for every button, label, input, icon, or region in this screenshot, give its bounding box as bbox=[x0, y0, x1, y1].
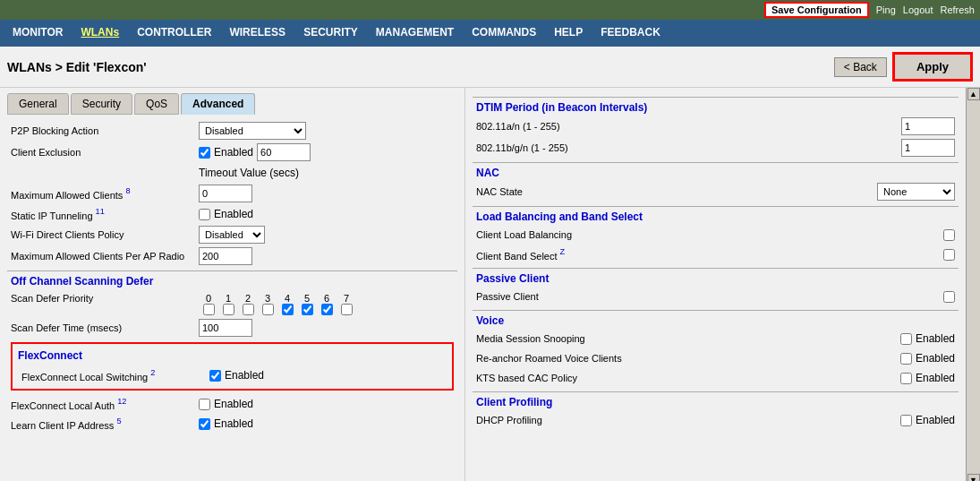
nac-state-select[interactable]: None Radius NAC ISE NAC bbox=[877, 183, 955, 201]
max-clients-ap-input[interactable] bbox=[199, 247, 252, 265]
passive-client-checkbox[interactable] bbox=[943, 291, 955, 303]
tab-qos[interactable]: QoS bbox=[134, 93, 179, 115]
dhcp-profiling-checkbox[interactable] bbox=[900, 415, 912, 426]
nac-state-label: NAC State bbox=[476, 186, 877, 197]
scan-defer-time-control bbox=[199, 319, 252, 337]
priority-checkbox-6[interactable] bbox=[321, 304, 333, 315]
flex-local-switch-checkbox[interactable] bbox=[209, 370, 221, 382]
flex-local-auth-checkbox[interactable] bbox=[199, 399, 210, 410]
priority-checkbox-2[interactable] bbox=[243, 304, 254, 315]
client-lb-row: Client Load Balancing bbox=[473, 225, 959, 245]
passive-client-control bbox=[943, 291, 955, 303]
priority-check-1 bbox=[218, 304, 238, 315]
client-band-control bbox=[943, 249, 955, 261]
priority-checkbox-4[interactable] bbox=[282, 304, 294, 315]
static-ip-link[interactable]: 11 bbox=[96, 210, 105, 220]
tab-security[interactable]: Security bbox=[71, 93, 132, 115]
logout-link[interactable]: Logout bbox=[903, 4, 933, 15]
nav-commands[interactable]: COMMANDS bbox=[463, 22, 545, 44]
flex-local-auth-link[interactable]: 12 bbox=[117, 399, 126, 410]
learn-client-checkbox[interactable] bbox=[199, 418, 210, 430]
nav-help[interactable]: HELP bbox=[545, 22, 592, 44]
scan-defer-time-input[interactable] bbox=[199, 319, 252, 337]
nav-monitor[interactable]: MONITOR bbox=[4, 22, 72, 44]
client-exclusion-checkbox[interactable] bbox=[199, 147, 210, 159]
nav-feedback[interactable]: FEEDBACK bbox=[592, 22, 669, 44]
learn-client-link[interactable]: 5 bbox=[116, 419, 121, 430]
tab-advanced[interactable]: Advanced bbox=[181, 93, 255, 115]
scroll-up-button[interactable]: ▲ bbox=[967, 88, 980, 100]
priority-check-6 bbox=[317, 304, 337, 315]
reanchor-control: Enabled bbox=[900, 352, 955, 365]
off-channel-section: Off Channel Scanning Defer bbox=[7, 271, 457, 289]
priority-3: 3 bbox=[258, 293, 277, 304]
reanchor-checkbox[interactable] bbox=[900, 353, 912, 365]
dtim-80211bgn-row: 802.11b/g/n (1 - 255) bbox=[473, 137, 959, 159]
refresh-link[interactable]: Refresh bbox=[940, 4, 975, 15]
save-config-button[interactable]: Save Configuration bbox=[764, 2, 869, 18]
p2p-row: P2P Blocking Action Disabled Drop Forwar… bbox=[7, 120, 457, 142]
static-ip-checkbox[interactable] bbox=[199, 209, 210, 220]
priority-checkbox-7[interactable] bbox=[341, 304, 353, 315]
scan-defer-time-label: Scan Defer Time (msecs) bbox=[11, 322, 199, 333]
client-band-label: Client Band Select Z bbox=[476, 248, 943, 262]
max-clients-row: Maximum Allowed Clients 8 bbox=[7, 183, 457, 204]
kts-checkbox[interactable] bbox=[900, 373, 912, 384]
lb-section-title: Load Balancing and Band Select bbox=[473, 206, 959, 225]
nav-controller[interactable]: CONTROLLER bbox=[128, 22, 220, 44]
apply-button[interactable]: Apply bbox=[892, 52, 973, 82]
nav-security[interactable]: SECURITY bbox=[294, 22, 367, 44]
priority-6: 6 bbox=[317, 293, 337, 304]
dtim-section-title: DTIM Period (in Beacon Intervals) bbox=[473, 97, 959, 116]
max-clients-link[interactable]: 8 bbox=[125, 189, 130, 200]
wifi-direct-select[interactable]: Disabled Allow Not-Allow bbox=[199, 226, 265, 244]
scan-defer-label: Scan Defer Priority bbox=[11, 293, 199, 304]
priority-checkbox-3[interactable] bbox=[262, 304, 274, 315]
nav-wlans[interactable]: WLANs bbox=[72, 22, 128, 44]
flex-local-auth-control: Enabled bbox=[199, 398, 253, 410]
p2p-select[interactable]: Disabled Drop Forward-UpStream bbox=[199, 122, 306, 140]
flex-local-auth-enabled-label: Enabled bbox=[214, 398, 253, 410]
ping-link[interactable]: Ping bbox=[876, 4, 896, 15]
nav-wireless[interactable]: WIRELESS bbox=[220, 22, 294, 44]
dtim-80211an-input[interactable] bbox=[901, 117, 955, 135]
timeout-label-area: Timeout Value (secs) bbox=[199, 167, 299, 179]
priority-checkboxes bbox=[199, 304, 356, 315]
media-session-checkbox[interactable] bbox=[900, 333, 912, 345]
max-clients-input[interactable] bbox=[199, 185, 252, 202]
client-band-checkbox[interactable] bbox=[943, 249, 955, 261]
priority-check-2 bbox=[238, 304, 258, 315]
priority-checkbox-5[interactable] bbox=[302, 304, 313, 315]
dtim-80211bgn-input[interactable] bbox=[901, 139, 955, 157]
priority-check-4 bbox=[277, 304, 297, 315]
scroll-indicator: ▲ ▼ bbox=[966, 88, 980, 481]
tab-general[interactable]: General bbox=[7, 93, 69, 115]
nac-section-title: NAC bbox=[473, 162, 959, 181]
nav-management[interactable]: MANAGEMENT bbox=[367, 22, 463, 44]
p2p-label: P2P Blocking Action bbox=[11, 125, 199, 136]
static-ip-label: Static IP Tunneling 11 bbox=[11, 208, 199, 221]
voice-section-title: Voice bbox=[473, 310, 959, 329]
client-exclusion-input[interactable] bbox=[257, 143, 311, 161]
passive-client-label: Passive Client bbox=[476, 291, 943, 302]
page-title: WLANs > Edit 'Flexcon' bbox=[7, 60, 147, 74]
header-buttons: < Back Apply bbox=[834, 52, 973, 82]
flex-local-switch-control: Enabled bbox=[209, 369, 264, 382]
passive-section-title: Passive Client bbox=[473, 268, 959, 287]
scroll-down-button[interactable]: ▼ bbox=[967, 474, 980, 481]
client-lb-checkbox[interactable] bbox=[943, 229, 955, 241]
wifi-direct-label: Wi-Fi Direct Clients Policy bbox=[11, 229, 199, 240]
max-clients-ap-row: Maximum Allowed Clients Per AP Radio bbox=[7, 245, 457, 267]
priority-checkbox-1[interactable] bbox=[223, 304, 234, 315]
wifi-direct-control: Disabled Allow Not-Allow bbox=[199, 226, 265, 244]
priority-check-7 bbox=[337, 304, 356, 315]
client-exclusion-enabled-label: Enabled bbox=[214, 146, 253, 159]
flex-local-switch-link[interactable]: 2 bbox=[150, 371, 155, 382]
priority-7: 7 bbox=[337, 293, 356, 304]
reanchor-enabled-label: Enabled bbox=[916, 352, 955, 365]
flex-local-auth-label: FlexConnect Local Auth 12 bbox=[11, 398, 199, 411]
priority-checkbox-0[interactable] bbox=[203, 304, 215, 315]
media-session-label: Media Session Snooping bbox=[476, 333, 900, 344]
back-button[interactable]: < Back bbox=[834, 57, 887, 77]
client-band-link[interactable]: Z bbox=[560, 250, 566, 261]
